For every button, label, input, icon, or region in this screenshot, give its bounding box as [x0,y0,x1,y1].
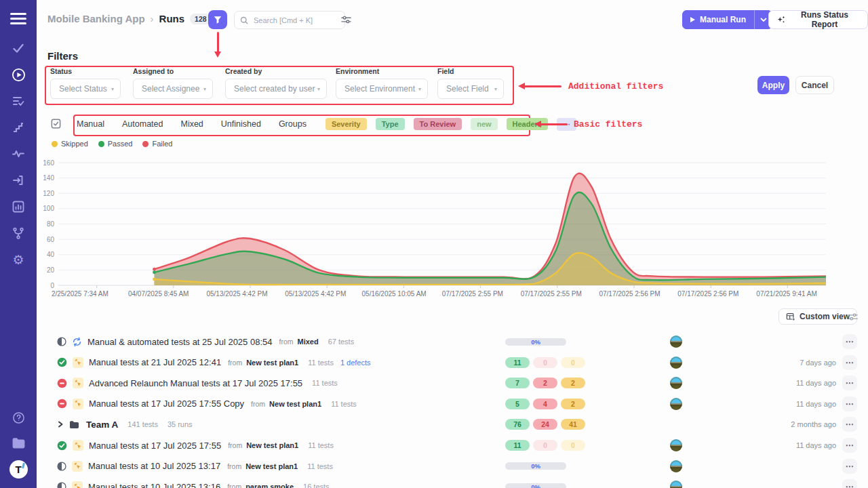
field-select[interactable]: Select Field ▾ [437,79,504,99]
run-row[interactable]: Manual & automated tests at 25 Jul 2025 … [0,331,868,352]
basic-filter-manual[interactable]: Manual [77,119,104,129]
more-actions-button[interactable]: ⋯ [842,438,857,453]
sidebar-item-activity[interactable] [11,146,26,161]
failed-count-pill: 2 [533,378,557,388]
avatar[interactable] [670,357,682,369]
legend-item-skipped[interactable]: Skipped [52,140,88,148]
run-row[interactable]: Manual tests at 17 Jul 2025 17:55from Ne… [0,435,868,455]
more-actions-button[interactable]: ⋯ [842,459,857,474]
avatar[interactable] [670,481,682,488]
more-actions-button[interactable]: ⋯ [842,417,857,432]
run-row[interactable]: Manual tests at 17 Jul 2025 17:55 Copyfr… [0,394,868,414]
legend-dot [142,141,149,147]
legend-item-failed[interactable]: Failed [142,140,172,148]
custom-view-button[interactable]: Custom view [778,308,857,325]
basic-filter-automated[interactable]: Automated [122,119,163,129]
more-actions-button[interactable]: ⋯ [842,396,857,411]
sidebar-item-test-plans[interactable] [11,94,26,108]
chevron-right-icon[interactable] [57,420,64,428]
filters-title: Filters [47,50,78,62]
avatar[interactable] [670,439,682,451]
filter-tag-to-review[interactable]: To Review [414,118,462,130]
cancel-button[interactable]: Cancel [795,76,834,94]
avatar[interactable] [670,377,682,389]
progress-bar: 0% [505,338,566,346]
group-title[interactable]: Team A [86,420,118,430]
legend-dot [98,141,104,147]
run-plan[interactable]: New test plan1 [245,462,298,470]
manual-run-label: Manual Run [700,15,746,24]
annotation-arrow-left-line-2 [540,123,568,125]
assigned-to-select[interactable]: Select Assignee ▾ [133,79,213,99]
list-settings-button[interactable] [848,312,859,322]
run-row[interactable]: Manual tests at 10 Jul 2025 13:17from Ne… [0,456,868,476]
x-axis-label: 07/17/2025 2:56 PM [591,290,669,298]
legend-dot [52,141,58,147]
run-row[interactable]: Advanced Relaunch Manual tests at 17 Jul… [0,373,868,393]
run-title[interactable]: Manual tests at 17 Jul 2025 17:55 Copy [89,399,244,409]
run-plan[interactable]: New test plan1 [246,359,298,367]
status-failed-icon [57,399,67,409]
run-title[interactable]: Advanced Relaunch Manual tests at 17 Jul… [89,378,302,388]
run-row[interactable]: Manual tests at 10 Jul 2025 13:16from pa… [0,476,868,488]
avatar[interactable] [670,398,682,410]
failed-count-pill: 0 [533,357,557,368]
sidebar-item-import[interactable] [11,173,26,188]
filter-tag-severity[interactable]: Severity [326,118,367,130]
filter-tag-new[interactable]: new [471,118,497,130]
run-title[interactable]: Manual & automated tests at 25 Jul 2025 … [87,337,272,347]
hamburger-menu-icon[interactable] [10,13,26,27]
run-stats: 542 [505,394,585,414]
apply-button[interactable]: Apply [757,76,789,94]
run-title[interactable]: Manual tests at 10 Jul 2025 13:17 [88,461,220,471]
search-settings-button[interactable] [340,14,352,25]
progress-bar: 0% [505,462,566,470]
basic-filter-groups[interactable]: Groups [279,119,307,129]
breadcrumb-project[interactable]: Mobile Banking App [47,13,145,24]
run-plan[interactable]: Mixed [297,338,318,346]
environment-select[interactable]: Select Environment ▾ [336,79,428,99]
filter-tag-type[interactable]: Type [376,118,405,130]
run-plan[interactable]: New test plan1 [269,400,321,408]
basic-filter-unfinished[interactable]: Unfinished [221,119,261,129]
run-title[interactable]: Manual tests at 10 Jul 2025 13:16 [88,482,220,488]
svg-text:120: 120 [43,190,54,197]
manual-run-type-icon [73,357,83,368]
run-title[interactable]: Manual tests at 17 Jul 2025 17:55 [89,441,221,451]
more-actions-button[interactable]: ⋯ [842,334,857,349]
more-actions-button[interactable]: ⋯ [842,479,857,488]
manual-type-icon [72,461,83,472]
failed-count-pill: 4 [533,399,557,409]
filter-toggle-button[interactable] [208,10,227,29]
created-by-select[interactable]: Select created by user ▾ [225,79,327,99]
search-input[interactable] [252,16,330,25]
svg-text:20: 20 [47,266,55,274]
more-actions-button[interactable]: ⋯ [842,355,857,370]
basic-filter-mixed[interactable]: Mixed [180,119,203,129]
run-title[interactable]: Manual tests at 21 Jul 2025 12:41 [89,357,221,367]
sidebar-item-branches[interactable] [11,226,26,241]
sidebar-item-settings[interactable]: ⚙ [11,252,26,267]
sidebar-item-analytics[interactable] [11,199,26,214]
legend-item-passed[interactable]: Passed [98,140,133,148]
sidebar-item-milestones[interactable] [11,120,26,135]
edit-view-button[interactable] [50,118,62,129]
funnel-icon [213,15,222,24]
run-plan[interactable]: param smoke [245,483,294,488]
run-plan[interactable]: New test plan1 [246,441,298,449]
group-row[interactable]: Team A 141 tests 35 runs7624412 months a… [0,414,868,434]
sidebar-item-runs[interactable] [11,67,26,82]
runs-status-report-button[interactable]: Runs Status Report [768,10,868,29]
defects-link[interactable]: 1 defects [340,359,371,367]
sidebar-item-results[interactable] [11,41,26,56]
manual-run-button[interactable]: Manual Run [682,10,754,29]
filter-field-environment: Environment Select Environment ▾ [336,67,428,99]
more-actions-button[interactable]: ⋯ [842,375,857,390]
breadcrumb-page: Runs [159,13,185,24]
avatar[interactable] [670,336,682,348]
legend-label: Skipped [61,140,88,148]
avatar[interactable] [670,460,682,472]
run-time: 2 months ago [791,414,836,434]
status-select[interactable]: Select Status ▾ [50,79,121,99]
run-row[interactable]: Manual tests at 21 Jul 2025 12:41from Ne… [0,352,868,373]
